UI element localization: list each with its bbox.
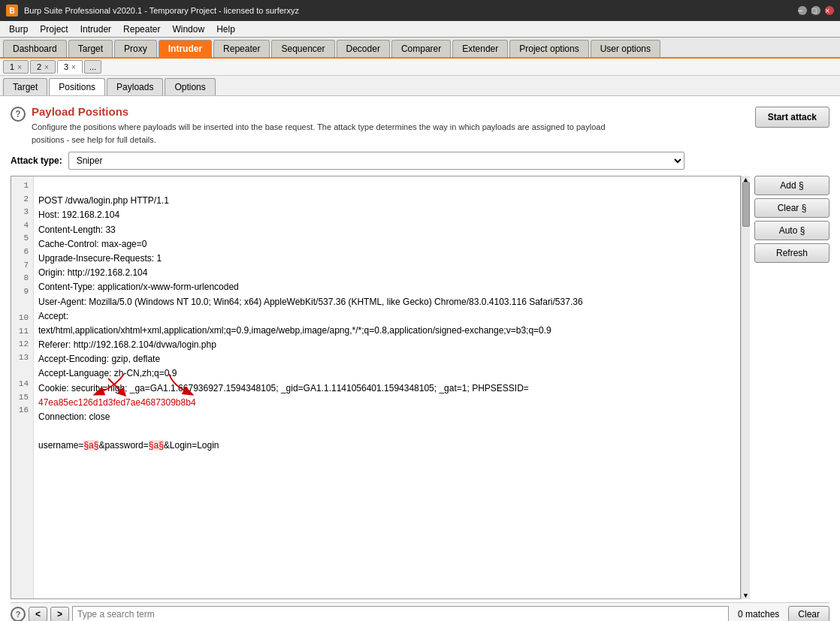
menu-intruder[interactable]: Intruder xyxy=(74,23,117,36)
menu-project[interactable]: Project xyxy=(34,23,74,36)
close-tab-1-icon[interactable]: × xyxy=(17,63,22,71)
scroll-thumb[interactable] xyxy=(742,182,750,227)
attack-type-select[interactable]: Sniper Battering ram Pitchfork Cluster b… xyxy=(68,152,684,170)
search-input[interactable] xyxy=(72,606,729,621)
nav-tabs-top: Dashboard Target Proxy Intruder Repeater… xyxy=(0,38,840,59)
line-numbers: 123456789 10111213 141516 xyxy=(11,176,34,598)
code-editor[interactable]: 123456789 10111213 141516 POST /dvwa/log… xyxy=(11,176,741,599)
menu-window[interactable]: Window xyxy=(166,23,210,36)
header-row: ? Payload Positions Configure the positi… xyxy=(11,105,829,146)
instance-tab-3[interactable]: 3 × xyxy=(57,60,83,74)
maximize-btn[interactable]: □ xyxy=(811,6,820,15)
window-title: Burp Suite Professional v2020.1 - Tempor… xyxy=(24,6,299,15)
tab-positions[interactable]: Positions xyxy=(49,78,105,95)
start-attack-button[interactable]: Start attack xyxy=(755,107,829,128)
tab-repeater[interactable]: Repeater xyxy=(213,40,270,57)
section-title: Payload Positions xyxy=(32,105,743,118)
tab-decoder[interactable]: Decoder xyxy=(337,40,390,57)
section-description-2: positions - see help for full details. xyxy=(32,134,743,146)
tab-target-pos[interactable]: Target xyxy=(3,78,47,95)
search-next-button[interactable]: > xyxy=(50,607,69,621)
editor-sidebar: Add § Clear § Auto § Refresh xyxy=(754,176,829,599)
tab-extender[interactable]: Extender xyxy=(452,40,508,57)
search-help-icon[interactable]: ? xyxy=(11,607,26,621)
tab-proxy[interactable]: Proxy xyxy=(114,40,157,57)
help-icon[interactable]: ? xyxy=(11,107,26,122)
tab-intruder[interactable]: Intruder xyxy=(159,40,212,57)
title-bar: B Burp Suite Professional v2020.1 - Temp… xyxy=(0,0,840,21)
tab-payloads[interactable]: Payloads xyxy=(107,78,163,95)
instance-tab-more[interactable]: ... xyxy=(84,60,101,74)
minimize-btn[interactable]: − xyxy=(798,6,807,15)
menu-repeater[interactable]: Repeater xyxy=(117,23,166,36)
matches-count: 0 matches xyxy=(732,609,785,619)
close-tab-3-icon[interactable]: × xyxy=(71,63,76,71)
vertical-scrollbar[interactable]: ▲ ▼ xyxy=(741,176,750,599)
window-controls[interactable]: − □ × xyxy=(798,6,834,15)
menu-bar: Burp Project Intruder Repeater Window He… xyxy=(0,21,840,38)
scroll-down-arrow[interactable]: ▼ xyxy=(742,592,750,599)
search-prev-button[interactable]: < xyxy=(29,607,47,621)
auto-section-button[interactable]: Auto § xyxy=(754,221,829,240)
refresh-button[interactable]: Refresh xyxy=(754,243,829,263)
attack-type-label: Attack type: xyxy=(11,155,62,166)
tab-comparer[interactable]: Comparer xyxy=(391,40,451,57)
positions-tabs: Target Positions Payloads Options xyxy=(0,76,840,96)
clear-section-button[interactable]: Clear § xyxy=(754,198,829,218)
instance-tab-2[interactable]: 2 × xyxy=(30,60,56,74)
instance-tabs: 1 × 2 × 3 × ... xyxy=(0,59,840,76)
menu-burp[interactable]: Burp xyxy=(3,23,34,36)
section-description-1: Configure the positions where payloads w… xyxy=(32,121,743,134)
tab-options[interactable]: Options xyxy=(165,78,215,95)
editor-container: 123456789 10111213 141516 POST /dvwa/log… xyxy=(11,176,829,599)
editor-wrapper: 123456789 10111213 141516 POST /dvwa/log… xyxy=(11,176,750,599)
add-section-button[interactable]: Add § xyxy=(754,176,829,195)
attack-type-row: Attack type: Sniper Battering ram Pitchf… xyxy=(11,152,829,170)
bottom-search-bar: ? < > 0 matches Clear xyxy=(11,602,829,621)
tab-user-options[interactable]: User options xyxy=(591,40,660,57)
tab-target[interactable]: Target xyxy=(68,40,113,57)
menu-help[interactable]: Help xyxy=(210,23,241,36)
main-content: ? Payload Positions Configure the positi… xyxy=(0,96,840,621)
tab-project-options[interactable]: Project options xyxy=(509,40,588,57)
app-icon: B xyxy=(6,5,18,17)
close-tab-2-icon[interactable]: × xyxy=(44,63,49,71)
close-btn[interactable]: × xyxy=(825,6,834,15)
code-text[interactable]: POST /dvwa/login.php HTTP/1.1 Host: 192.… xyxy=(34,176,740,598)
clear-search-button[interactable]: Clear xyxy=(788,606,829,621)
tab-dashboard[interactable]: Dashboard xyxy=(3,40,67,57)
tab-sequencer[interactable]: Sequencer xyxy=(271,40,334,57)
header-text: Payload Positions Configure the position… xyxy=(32,105,743,146)
instance-tab-1[interactable]: 1 × xyxy=(3,60,29,74)
